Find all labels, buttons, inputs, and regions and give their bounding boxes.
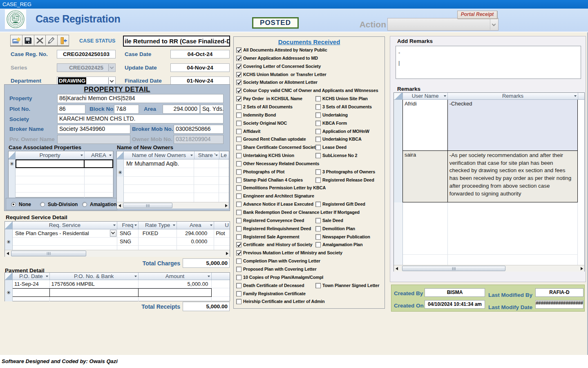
finalized-date-field[interactable]: 01-Nov-24	[170, 76, 230, 85]
grid-cell-remark[interactable]: -As per society recommendation and after…	[448, 151, 578, 202]
checkbox-icon[interactable]	[315, 234, 321, 240]
checkbox-icon[interactable]	[315, 129, 321, 134]
action-select[interactable]	[387, 18, 499, 31]
checkbox-icon[interactable]	[236, 291, 241, 296]
checkbox-checked-icon[interactable]	[236, 64, 241, 69]
checkbox-icon[interactable]	[236, 275, 241, 280]
grid-cell-freq[interactable]: SNG	[117, 229, 139, 238]
combo-dropdown-button[interactable]	[110, 230, 116, 237]
chevron-down-icon[interactable]	[108, 77, 115, 85]
select-all-corner[interactable]	[5, 273, 13, 280]
case-status-combo[interactable]: ile Returned to RR (Case Finalized-D	[123, 36, 230, 47]
column-header-area[interactable]: AREA	[85, 151, 113, 159]
scrollbar-thumb[interactable]	[123, 203, 172, 208]
checkbox-icon[interactable]	[236, 185, 241, 191]
record-selector[interactable]	[117, 159, 124, 168]
payment-row[interactable]: 11-Sep-24 17576506 HMPBL 5,000.00	[5, 280, 230, 288]
checkbox-checked-icon[interactable]	[236, 47, 241, 53]
horizontal-scrollbar[interactable]	[5, 250, 230, 257]
exit-button[interactable]	[57, 35, 69, 46]
grid-cell-po-date[interactable]	[13, 288, 50, 297]
column-header-po-bank[interactable]: P.O. No. & Bank	[50, 273, 139, 280]
checkbox-icon[interactable]	[236, 145, 241, 150]
select-all-corner[interactable]	[117, 151, 124, 159]
case-date-field[interactable]: 04-Oct-24	[170, 50, 230, 58]
radio-sub-division[interactable]: Sub-Division	[40, 202, 78, 207]
checkbox-icon[interactable]	[315, 153, 321, 158]
grid-cell-user-name[interactable]: saira	[403, 151, 448, 202]
column-header-unit[interactable]: U	[214, 222, 230, 229]
checkbox-icon[interactable]	[236, 153, 241, 158]
grid-cell-owner-name[interactable]	[124, 168, 194, 177]
scroll-right-icon[interactable]	[579, 265, 584, 272]
horizontal-scrollbar[interactable]	[394, 265, 584, 272]
save-button[interactable]	[22, 35, 34, 46]
checkbox-icon[interactable]	[236, 267, 241, 272]
record-selector[interactable]	[394, 100, 403, 151]
add-remarks-input[interactable]: - |	[396, 46, 581, 79]
checkbox-icon[interactable]	[236, 234, 241, 240]
new-record-row[interactable]: ✳	[9, 159, 113, 168]
checkbox-icon[interactable]	[315, 177, 321, 183]
grid-cell-remark[interactable]: -Checked	[448, 100, 578, 151]
scroll-left-icon[interactable]	[117, 202, 122, 209]
checkbox-icon[interactable]	[315, 169, 321, 175]
scroll-right-icon[interactable]	[224, 202, 229, 209]
grid-cell-area[interactable]	[85, 159, 113, 168]
society-field[interactable]: KARACHI MEMON CHS LTD.	[57, 114, 224, 123]
scroll-left-icon[interactable]	[394, 265, 399, 272]
select-all-corner[interactable]	[9, 151, 16, 159]
checkbox-icon[interactable]	[236, 129, 241, 134]
checkbox-icon[interactable]	[315, 218, 321, 223]
checkbox-icon[interactable]	[315, 112, 321, 118]
new-record-row[interactable]: ✳	[5, 288, 230, 297]
broker-name-field[interactable]: Society 34549960	[57, 125, 130, 134]
column-header-rate-type[interactable]: Rate Type	[139, 222, 177, 229]
grid-cell-freq[interactable]: SNG	[117, 238, 139, 246]
remark-row[interactable]: Afridi -Checked	[394, 100, 584, 151]
grid-cell-share[interactable]	[194, 168, 219, 177]
radio-none[interactable]: None	[11, 202, 31, 207]
scrollbar-thumb[interactable]	[11, 251, 86, 256]
checkbox-checked-icon[interactable]	[236, 72, 241, 77]
checkbox-icon[interactable]	[315, 202, 321, 207]
checkbox-icon[interactable]	[236, 202, 241, 207]
checkbox-icon[interactable]	[236, 121, 241, 126]
radio-amalgation[interactable]: Amalgation	[82, 202, 116, 207]
record-selector[interactable]	[5, 280, 13, 288]
grid-cell-property[interactable]	[16, 159, 85, 168]
checkbox-icon[interactable]	[236, 210, 241, 215]
block-no-field[interactable]: 7&8	[114, 105, 139, 114]
horizontal-scrollbar[interactable]	[117, 202, 229, 209]
column-header-lease[interactable]: Le	[219, 151, 229, 159]
chevron-down-icon[interactable]	[490, 19, 498, 30]
checkbox-icon[interactable]	[315, 226, 321, 231]
new-record-button[interactable]	[10, 35, 22, 46]
column-header-share[interactable]: Share '	[195, 151, 219, 159]
checkbox-icon[interactable]	[236, 299, 241, 304]
grid-cell-owner-name[interactable]: Mr Muhammad Aqib.	[124, 159, 194, 168]
column-header-freq[interactable]: Freq	[117, 222, 139, 229]
checkbox-icon[interactable]	[236, 218, 241, 223]
checkbox-icon[interactable]	[315, 137, 321, 142]
portal-receipt-button[interactable]: Portal Receipt	[457, 11, 497, 19]
column-header-po-date[interactable]: P.O. Date	[13, 273, 50, 280]
case-reg-no-field[interactable]: CREG2024250103	[57, 50, 116, 58]
grid-cell-lease[interactable]	[219, 168, 229, 177]
grid-cell-lease[interactable]	[219, 159, 229, 168]
grid-cell-rate-type[interactable]: FIXED	[139, 229, 177, 238]
column-header-area[interactable]: Area	[177, 222, 214, 229]
grid-cell-unit[interactable]: Plot	[214, 229, 230, 238]
record-selector[interactable]	[5, 229, 13, 238]
update-date-field[interactable]: 04-Nov-24	[170, 63, 230, 72]
select-all-corner[interactable]	[5, 222, 13, 229]
checkbox-checked-icon[interactable]	[236, 96, 241, 101]
grid-cell-area[interactable]: 294.0000	[177, 229, 214, 238]
checkbox-icon[interactable]	[315, 121, 321, 126]
checkbox-icon[interactable]	[315, 242, 321, 247]
scrollbar-thumb[interactable]	[402, 266, 505, 271]
grid-cell-req-service[interactable]: Site Plan Charges - Residential	[13, 229, 117, 238]
checkbox-checked-icon[interactable]	[236, 250, 241, 256]
delete-button[interactable]	[34, 35, 46, 46]
grid-cell-user-name[interactable]: Afridi	[403, 100, 448, 151]
